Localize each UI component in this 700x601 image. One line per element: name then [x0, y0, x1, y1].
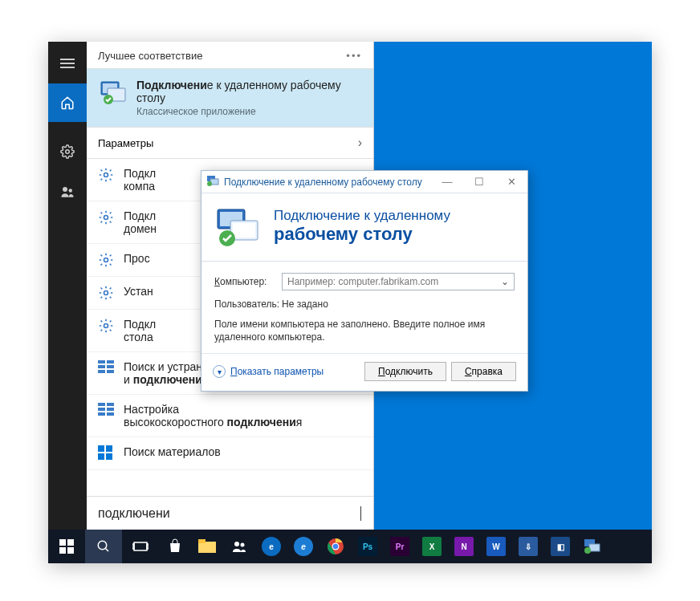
computer-label: Компьютер:: [214, 276, 282, 287]
rdp-header-line1: Подключение к удаленному: [274, 208, 450, 224]
rdp-message: Поле имени компьютера не заполнено. Введ…: [214, 318, 515, 343]
svg-rect-18: [98, 403, 105, 406]
result-icon: [98, 209, 114, 225]
computer-placeholder: Например: computer.fabrikam.com: [287, 276, 438, 287]
svg-rect-36: [59, 539, 66, 546]
result-title: Устан: [124, 285, 153, 298]
svg-rect-43: [132, 544, 134, 549]
premiere-icon[interactable]: Pr: [384, 530, 416, 563]
chevron-down-icon: ▾: [213, 365, 226, 378]
svg-point-54: [584, 547, 591, 554]
section-label: Параметры: [98, 137, 153, 149]
svg-point-40: [98, 541, 107, 550]
chevron-right-icon: ›: [358, 136, 362, 150]
store-icon[interactable]: [159, 530, 191, 563]
svg-rect-42: [134, 542, 147, 550]
excel-icon[interactable]: X: [416, 530, 448, 563]
rdp-dialog: Подключение к удаленному рабочему столу …: [201, 170, 528, 392]
connect-button[interactable]: Подключить: [364, 362, 446, 381]
result-icon: [98, 167, 114, 183]
result-title: Настройка: [124, 403, 302, 416]
rdp-taskbar-icon[interactable]: [576, 530, 608, 563]
svg-rect-15: [107, 365, 114, 368]
result-subtitle: стола: [124, 331, 156, 343]
result-subtitle: высокоскоростного подключения: [124, 416, 302, 428]
computer-combobox[interactable]: Например: computer.fabrikam.com ⌄: [282, 273, 515, 290]
svg-point-9: [104, 258, 108, 262]
ie-icon[interactable]: e: [287, 530, 319, 563]
svg-rect-22: [98, 412, 105, 416]
minimize-button[interactable]: —: [431, 176, 463, 188]
text-cursor: [360, 506, 361, 521]
result-title: Поиск материалов: [124, 445, 221, 458]
gear-icon[interactable]: [60, 144, 75, 162]
edge-icon[interactable]: e: [255, 530, 287, 563]
search-result[interactable]: Настройкавысокоскоростного подключения: [87, 395, 373, 437]
people-app-icon[interactable]: [223, 530, 255, 563]
word-icon[interactable]: W: [480, 530, 512, 563]
svg-rect-21: [107, 408, 114, 411]
result-subtitle: компа: [124, 180, 156, 193]
svg-point-8: [104, 216, 108, 220]
settings-section-header[interactable]: Параметры ›: [87, 128, 373, 159]
svg-rect-39: [67, 547, 74, 554]
svg-rect-46: [198, 539, 206, 543]
svg-point-1: [63, 187, 67, 192]
svg-point-7: [104, 173, 108, 177]
chrome-icon[interactable]: [319, 530, 352, 563]
svg-point-30: [207, 181, 212, 186]
result-title: Прос: [124, 252, 150, 265]
result-icon: [98, 285, 114, 301]
search-input[interactable]: [98, 506, 362, 521]
result-title: Подкл: [124, 209, 157, 222]
svg-rect-38: [59, 547, 66, 554]
svg-point-2: [69, 189, 73, 193]
home-icon[interactable]: [48, 83, 87, 122]
result-icon: [98, 403, 114, 419]
show-options-link[interactable]: ▾ Показать параметры: [213, 365, 324, 378]
result-icon: [98, 318, 114, 334]
maximize-button[interactable]: ☐: [463, 176, 495, 188]
taskbar: e e Ps Pr X N W ⇩ ◧: [48, 530, 652, 563]
best-match-subtitle: Классическое приложение: [136, 106, 362, 117]
rdp-window-title: Подключение к удаленному рабочему столу: [224, 177, 422, 188]
svg-point-48: [241, 543, 245, 547]
explorer-icon[interactable]: [191, 530, 223, 563]
result-subtitle: домен: [124, 222, 157, 235]
rdp-header-line2: рабочему столу: [274, 224, 450, 245]
result-icon: [98, 252, 114, 268]
result-title: Подкл: [124, 167, 156, 180]
hamburger-icon[interactable]: [60, 56, 75, 71]
svg-rect-26: [98, 453, 104, 460]
search-button[interactable]: [85, 530, 122, 563]
chevron-down-icon: ⌄: [501, 276, 509, 287]
app-icon-2[interactable]: ◧: [544, 530, 576, 563]
svg-rect-44: [147, 544, 149, 549]
help-button[interactable]: Справка: [451, 362, 516, 381]
svg-rect-13: [107, 360, 114, 363]
people-icon[interactable]: [60, 185, 75, 202]
onenote-icon[interactable]: N: [448, 530, 480, 563]
rdp-titlebar[interactable]: Подключение к удаленному рабочему столу …: [201, 171, 527, 193]
user-label: Пользователь:: [214, 298, 282, 310]
search-result[interactable]: Поиск материалов: [87, 437, 373, 470]
rdp-title-icon: [206, 174, 219, 189]
start-button[interactable]: [48, 530, 85, 563]
app-icon-1[interactable]: ⇩: [512, 530, 544, 563]
result-icon: [98, 360, 114, 376]
close-button[interactable]: ✕: [495, 176, 527, 188]
svg-rect-19: [107, 403, 114, 406]
svg-rect-24: [98, 445, 104, 452]
svg-rect-37: [67, 539, 74, 546]
svg-point-10: [104, 291, 108, 295]
taskview-button[interactable]: [122, 530, 159, 563]
svg-line-41: [105, 548, 108, 551]
more-icon[interactable]: •••: [346, 50, 362, 62]
rdp-header-icon: [214, 208, 262, 248]
photoshop-icon[interactable]: Ps: [352, 530, 384, 563]
svg-rect-14: [98, 365, 105, 368]
best-match-result[interactable]: Подключение к удаленному рабочему столу …: [87, 69, 373, 128]
svg-rect-12: [98, 360, 105, 363]
best-match-header: Лучшее соответствие •••: [87, 42, 373, 69]
svg-point-0: [66, 150, 70, 154]
